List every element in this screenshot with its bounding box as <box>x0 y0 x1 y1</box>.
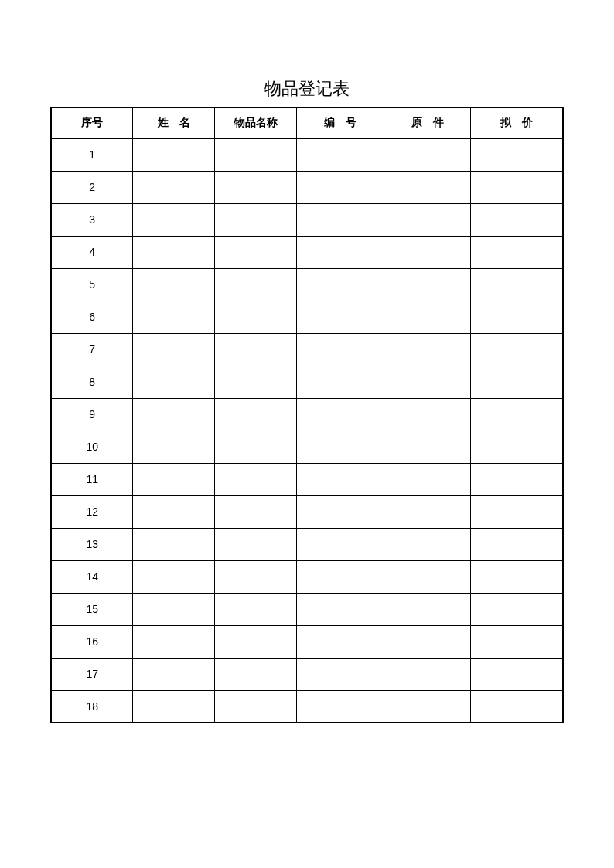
cell-name <box>133 560 215 593</box>
cell-price <box>471 301 563 333</box>
cell-price <box>471 203 563 236</box>
table-row: 10 <box>51 431 563 463</box>
cell-price <box>471 138 563 171</box>
cell-number <box>297 593 384 625</box>
table-row: 2 <box>51 171 563 203</box>
table-row: 13 <box>51 528 563 560</box>
cell-number <box>297 658 384 690</box>
cell-item <box>215 138 297 171</box>
cell-original <box>384 398 471 431</box>
cell-price <box>471 528 563 560</box>
cell-original <box>384 690 471 723</box>
cell-original <box>384 463 471 495</box>
cell-index: 6 <box>51 301 133 333</box>
cell-number <box>297 625 384 658</box>
cell-item <box>215 431 297 463</box>
table-row: 15 <box>51 593 563 625</box>
cell-item <box>215 268 297 301</box>
cell-original <box>384 138 471 171</box>
cell-item <box>215 301 297 333</box>
cell-number <box>297 236 384 268</box>
cell-number <box>297 431 384 463</box>
cell-original <box>384 495 471 528</box>
cell-item <box>215 625 297 658</box>
cell-name <box>133 333 215 366</box>
cell-number <box>297 366 384 398</box>
cell-name <box>133 495 215 528</box>
header-name: 姓 名 <box>133 107 215 138</box>
cell-price <box>471 690 563 723</box>
header-number: 编 号 <box>297 107 384 138</box>
cell-index: 12 <box>51 495 133 528</box>
cell-index: 11 <box>51 463 133 495</box>
cell-item <box>215 398 297 431</box>
cell-item <box>215 171 297 203</box>
cell-name <box>133 138 215 171</box>
header-index: 序号 <box>51 107 133 138</box>
cell-index: 1 <box>51 138 133 171</box>
table-row: 9 <box>51 398 563 431</box>
cell-original <box>384 333 471 366</box>
cell-price <box>471 431 563 463</box>
cell-index: 15 <box>51 593 133 625</box>
cell-index: 2 <box>51 171 133 203</box>
cell-price <box>471 398 563 431</box>
cell-item <box>215 333 297 366</box>
cell-index: 18 <box>51 690 133 723</box>
cell-original <box>384 203 471 236</box>
cell-price <box>471 268 563 301</box>
cell-index: 4 <box>51 236 133 268</box>
cell-price <box>471 333 563 366</box>
cell-original <box>384 236 471 268</box>
cell-name <box>133 690 215 723</box>
cell-item <box>215 463 297 495</box>
cell-item <box>215 203 297 236</box>
header-item: 物品名称 <box>215 107 297 138</box>
cell-original <box>384 366 471 398</box>
cell-number <box>297 690 384 723</box>
table-row: 14 <box>51 560 563 593</box>
cell-name <box>133 301 215 333</box>
table-row: 7 <box>51 333 563 366</box>
table-row: 17 <box>51 658 563 690</box>
table-row: 5 <box>51 268 563 301</box>
table-row: 1 <box>51 138 563 171</box>
cell-index: 3 <box>51 203 133 236</box>
cell-item <box>215 528 297 560</box>
cell-number <box>297 495 384 528</box>
cell-name <box>133 658 215 690</box>
table-row: 18 <box>51 690 563 723</box>
cell-number <box>297 268 384 301</box>
cell-name <box>133 593 215 625</box>
cell-price <box>471 463 563 495</box>
table-row: 11 <box>51 463 563 495</box>
table-row: 4 <box>51 236 563 268</box>
item-registration-table: 序号 姓 名 物品名称 编 号 原 件 拟 价 1234567891011121… <box>50 107 564 723</box>
cell-price <box>471 366 563 398</box>
table-row: 8 <box>51 366 563 398</box>
page-title: 物品登记表 <box>50 77 564 100</box>
cell-item <box>215 690 297 723</box>
cell-original <box>384 171 471 203</box>
cell-name <box>133 236 215 268</box>
cell-name <box>133 268 215 301</box>
cell-original <box>384 625 471 658</box>
cell-original <box>384 593 471 625</box>
cell-price <box>471 495 563 528</box>
cell-index: 16 <box>51 625 133 658</box>
cell-item <box>215 658 297 690</box>
table-row: 16 <box>51 625 563 658</box>
cell-original <box>384 301 471 333</box>
cell-index: 14 <box>51 560 133 593</box>
cell-price <box>471 625 563 658</box>
cell-number <box>297 171 384 203</box>
cell-original <box>384 658 471 690</box>
cell-item <box>215 236 297 268</box>
cell-index: 5 <box>51 268 133 301</box>
cell-price <box>471 658 563 690</box>
cell-number <box>297 203 384 236</box>
cell-original <box>384 268 471 301</box>
cell-price <box>471 593 563 625</box>
cell-index: 17 <box>51 658 133 690</box>
cell-index: 8 <box>51 366 133 398</box>
